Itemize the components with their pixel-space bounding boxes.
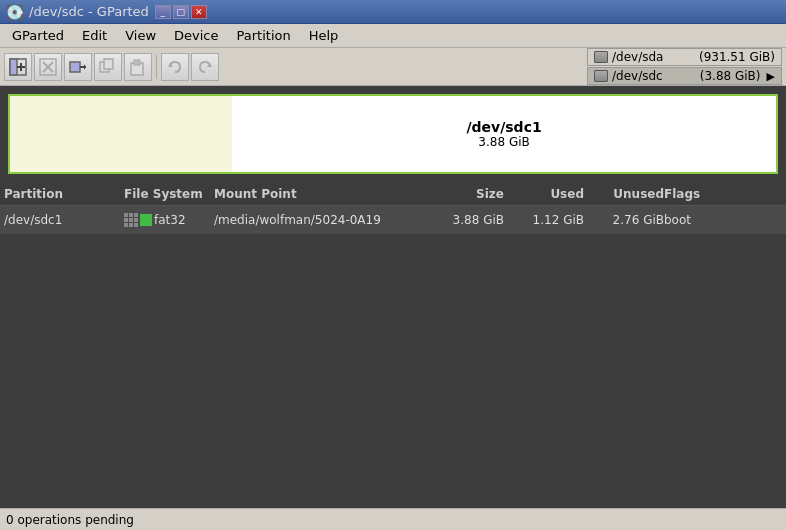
- device-sdc-button[interactable]: /dev/sdc (3.88 GiB) ▶: [587, 67, 782, 85]
- grid-cell: [124, 213, 128, 217]
- filesystem-color-indicator: [140, 214, 152, 226]
- menu-view[interactable]: View: [117, 26, 164, 46]
- svg-rect-13: [134, 60, 140, 65]
- hdd-icon-sdc: [594, 70, 608, 82]
- svg-rect-1: [10, 59, 17, 75]
- filesystem-grid-icon: [124, 213, 138, 227]
- partition-visual-label: /dev/sdc1: [466, 119, 541, 135]
- cell-flags: boot: [664, 213, 724, 227]
- col-header-partition: Partition: [4, 187, 124, 201]
- grid-cell: [129, 218, 133, 222]
- device-sda-button[interactable]: /dev/sda (931.51 GiB): [587, 48, 782, 66]
- col-header-used: Used: [504, 187, 584, 201]
- window-controls: _ □ ✕: [155, 5, 207, 19]
- col-header-mountpoint: Mount Point: [214, 187, 424, 201]
- cell-used: 1.12 GiB: [504, 213, 584, 227]
- cell-size: 3.88 GiB: [424, 213, 504, 227]
- svg-rect-7: [70, 62, 80, 72]
- resize-button[interactable]: [64, 53, 92, 81]
- menu-device[interactable]: Device: [166, 26, 226, 46]
- partition-used-region: [10, 96, 232, 172]
- filesystem-icons: fat32: [124, 213, 214, 227]
- device-sdc-path: /dev/sdc: [612, 69, 663, 83]
- svg-rect-11: [104, 59, 113, 69]
- grid-cell: [129, 223, 133, 227]
- partition-visual-size: 3.88 GiB: [478, 135, 529, 149]
- col-header-unused: Unused: [584, 187, 664, 201]
- toolbar-left: [4, 53, 587, 81]
- col-header-flags: Flags: [664, 187, 724, 201]
- grid-cell: [129, 213, 133, 217]
- toolbar-row: /dev/sda (931.51 GiB) /dev/sdc (3.88 GiB…: [0, 48, 786, 86]
- grid-cell: [134, 223, 138, 227]
- grid-cell: [124, 223, 128, 227]
- app-icon: 💽: [6, 4, 23, 20]
- col-header-size: Size: [424, 187, 504, 201]
- cell-partition: /dev/sdc1: [4, 213, 124, 227]
- partition-free-region: /dev/sdc1 3.88 GiB: [232, 96, 776, 172]
- maximize-button[interactable]: □: [173, 5, 189, 19]
- statusbar-text: 0 operations pending: [6, 513, 134, 527]
- minimize-button[interactable]: _: [155, 5, 171, 19]
- menu-edit[interactable]: Edit: [74, 26, 115, 46]
- close-button[interactable]: ✕: [191, 5, 207, 19]
- statusbar: 0 operations pending: [0, 508, 786, 530]
- device-sda-path: /dev/sda: [612, 50, 663, 64]
- delete-button[interactable]: [34, 53, 62, 81]
- grid-cell: [124, 218, 128, 222]
- cursor-indicator: ▶: [767, 70, 775, 83]
- device-sda-size: (931.51 GiB): [667, 50, 775, 64]
- undo-button[interactable]: [161, 53, 189, 81]
- grid-cell: [134, 218, 138, 222]
- col-header-filesystem: File System: [124, 187, 214, 201]
- device-sdc-size: (3.88 GiB): [667, 69, 761, 83]
- table-row[interactable]: /dev/sdc1 fat32 /media/wolfman/5024-0A19…: [0, 206, 786, 234]
- svg-marker-9: [84, 64, 86, 70]
- new-partition-button[interactable]: [4, 53, 32, 81]
- table-header: Partition File System Mount Point Size U…: [0, 182, 786, 206]
- device-selector: /dev/sda (931.51 GiB) /dev/sdc (3.88 GiB…: [587, 48, 782, 85]
- redo-button[interactable]: [191, 53, 219, 81]
- menubar: GParted Edit View Device Partition Help: [0, 24, 786, 48]
- menu-partition[interactable]: Partition: [229, 26, 299, 46]
- disk-visualization[interactable]: /dev/sdc1 3.88 GiB: [8, 94, 778, 174]
- copy-button[interactable]: [94, 53, 122, 81]
- cell-unused: 2.76 GiB: [584, 213, 664, 227]
- menu-help[interactable]: Help: [301, 26, 347, 46]
- paste-button[interactable]: [124, 53, 152, 81]
- menu-gparted[interactable]: GParted: [4, 26, 72, 46]
- titlebar-title: /dev/sdc - GParted: [29, 4, 149, 19]
- cell-mountpoint: /media/wolfman/5024-0A19: [214, 213, 424, 227]
- toolbar-separator-1: [156, 55, 157, 79]
- cell-filesystem: fat32: [124, 213, 214, 227]
- hdd-icon-sda: [594, 51, 608, 63]
- grid-cell: [134, 213, 138, 217]
- titlebar: 💽 /dev/sdc - GParted _ □ ✕: [0, 0, 786, 24]
